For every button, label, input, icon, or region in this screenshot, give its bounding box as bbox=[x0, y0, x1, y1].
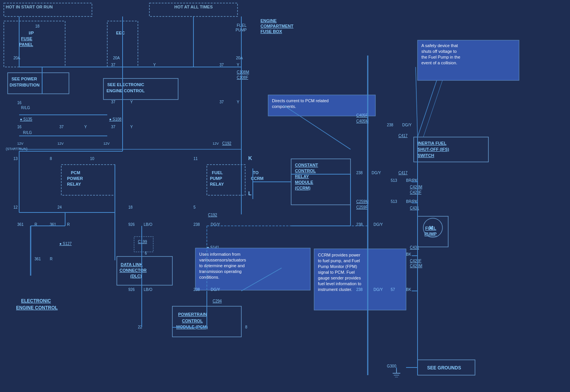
see-power-dist: SEE POWER bbox=[11, 77, 37, 81]
w926-2: 926 bbox=[128, 287, 135, 292]
wy-4: Y bbox=[237, 100, 239, 104]
see-grounds: SEE GROUNDS bbox=[427, 365, 461, 371]
fpr3: RELAY bbox=[210, 182, 224, 186]
s108: ● S108 bbox=[109, 117, 122, 121]
s127: ● S127 bbox=[59, 242, 72, 246]
w10: 10 bbox=[90, 157, 95, 161]
c420m-2: C420M bbox=[410, 264, 422, 268]
w12v-1: 12V bbox=[17, 142, 23, 145]
c294: C294 bbox=[213, 299, 222, 303]
w37-4: 37 bbox=[219, 100, 224, 104]
see-eec2: ENGINE CONTROL bbox=[106, 88, 145, 93]
w361-1: 361 bbox=[17, 222, 24, 227]
wy-2: Y bbox=[237, 63, 239, 67]
wy-3: Y bbox=[130, 100, 133, 104]
c420f-1: C420F bbox=[410, 190, 421, 194]
g300: G300 bbox=[387, 364, 396, 368]
wbk-2: BK bbox=[406, 287, 411, 292]
w12v-3: 12V bbox=[103, 142, 110, 145]
inertia-label1: INERTIA FUEL bbox=[418, 141, 447, 145]
wr-3: R bbox=[50, 257, 52, 261]
c259m: C259M bbox=[356, 199, 369, 204]
eec-label: EEC bbox=[116, 31, 125, 35]
w513-1: 513 bbox=[391, 178, 397, 183]
w57-2: 57 bbox=[391, 287, 395, 292]
wlbo-2: LB/O bbox=[144, 287, 152, 292]
w11: 11 bbox=[193, 157, 198, 161]
start-run: (START/RUN) bbox=[6, 147, 28, 151]
k-label: K bbox=[248, 155, 252, 161]
c417-bot: C417 bbox=[398, 171, 408, 175]
wiring-diagram: HOT IN START OR RUN HOT AT ALL TIMES ENG… bbox=[0, 0, 570, 392]
w12: 12 bbox=[13, 205, 18, 209]
panel-label: PANEL bbox=[19, 42, 33, 47]
tooltip-uses1: Uses information from bbox=[199, 252, 241, 256]
pcm-relay2: POWER bbox=[67, 176, 83, 181]
w6: 6 bbox=[145, 251, 147, 255]
fpr2: PUMP bbox=[210, 176, 222, 181]
wr-2: R bbox=[67, 222, 70, 227]
c192-top: C192 bbox=[222, 141, 231, 145]
see-eec1: SEE ELECTRONIC bbox=[107, 82, 144, 87]
eec-bot1: ELECTRONIC bbox=[21, 298, 51, 304]
pcm-relay3: RELAY bbox=[67, 182, 81, 186]
w238-2: 238 bbox=[193, 287, 200, 292]
w37-5: 37 bbox=[59, 125, 64, 129]
c420f-2: C420F bbox=[410, 259, 421, 263]
c108f: C108F bbox=[237, 75, 248, 80]
tooltip-directs1: Directs current to PCM related bbox=[272, 98, 329, 103]
see-power-dist2: DISTRIBUTION bbox=[10, 83, 39, 87]
wy-6: Y bbox=[130, 125, 133, 129]
tooltip-ccrm6: fuel level information to bbox=[318, 281, 361, 286]
fuel-pump-label2: PUMP bbox=[424, 232, 437, 236]
w37-1: 37 bbox=[111, 63, 116, 67]
c405m: C405M bbox=[356, 119, 369, 123]
wy-5: Y bbox=[84, 125, 87, 129]
tooltip-ccrm4: signal to PCM. Fuel bbox=[318, 270, 355, 274]
w24: 24 bbox=[57, 205, 62, 209]
tooltip-safety1: A safety device that bbox=[421, 43, 458, 48]
wlbo-1: LB/O bbox=[144, 222, 152, 227]
engine-fuse-box-label3: FUSE BOX bbox=[260, 29, 282, 34]
c259f: C259F bbox=[356, 205, 368, 209]
eec-bot2: ENGINE CONTROL bbox=[16, 305, 58, 310]
ccrm2: CONTROL bbox=[295, 168, 316, 173]
engine-fuse-box-label2: COMPARTMENT bbox=[260, 24, 293, 28]
dlc1: DATA LINK bbox=[121, 262, 142, 267]
motor-m: M bbox=[429, 225, 433, 230]
tooltip-safety2: shuts off voltage to bbox=[421, 49, 457, 54]
ccrm3: RELAY bbox=[295, 174, 309, 179]
w8b: 8 bbox=[245, 325, 247, 329]
wdgy-mid: DG/Y bbox=[372, 171, 381, 175]
ccrm1: CONSTANT bbox=[295, 163, 318, 167]
tooltip-uses2: varioussensors/actuators bbox=[199, 258, 246, 262]
tooltip-ccrm2: to fuel pump, and Fuel bbox=[318, 258, 360, 263]
s135: ● S135 bbox=[20, 117, 33, 121]
w926-1: 926 bbox=[128, 222, 135, 227]
tooltip-directs2: components. bbox=[272, 104, 296, 109]
tooltip-uses5: conditions. bbox=[199, 275, 219, 279]
w37-2: 37 bbox=[219, 63, 224, 67]
tooltip-ccrm5: gauge sender provides bbox=[318, 276, 361, 280]
ccrm4: MODULE bbox=[295, 180, 313, 185]
fpr1: FUEL bbox=[212, 170, 223, 175]
c108m: C108M bbox=[237, 70, 249, 74]
inertia-label3: SWITCH bbox=[418, 153, 434, 158]
w16-2: 16 bbox=[17, 125, 22, 129]
wdgy-r2: DG/Y bbox=[373, 222, 383, 227]
fuse-label: FUSE bbox=[21, 36, 32, 41]
w37-3: 37 bbox=[111, 100, 116, 104]
w238-r3: 238 bbox=[356, 287, 363, 292]
tooltip-ccrm7: instrument cluster. bbox=[318, 287, 352, 292]
c417-top: C417 bbox=[398, 134, 408, 138]
tooltip-uses3: to determine engine and bbox=[199, 263, 245, 268]
w238-r1: 238 bbox=[387, 123, 393, 127]
w12v-4: 12V bbox=[213, 142, 219, 145]
pcm2: CONTROL bbox=[182, 318, 203, 323]
l-label: L bbox=[248, 190, 252, 196]
engine-fuse-box-label: ENGINE bbox=[260, 18, 277, 23]
wdgy-2: DG/Y bbox=[211, 287, 220, 292]
wrlg-2: R/LG bbox=[23, 131, 32, 135]
tooltip-uses4: transmission operating bbox=[199, 269, 242, 274]
pcm1: POWERTRAIN bbox=[178, 312, 207, 317]
